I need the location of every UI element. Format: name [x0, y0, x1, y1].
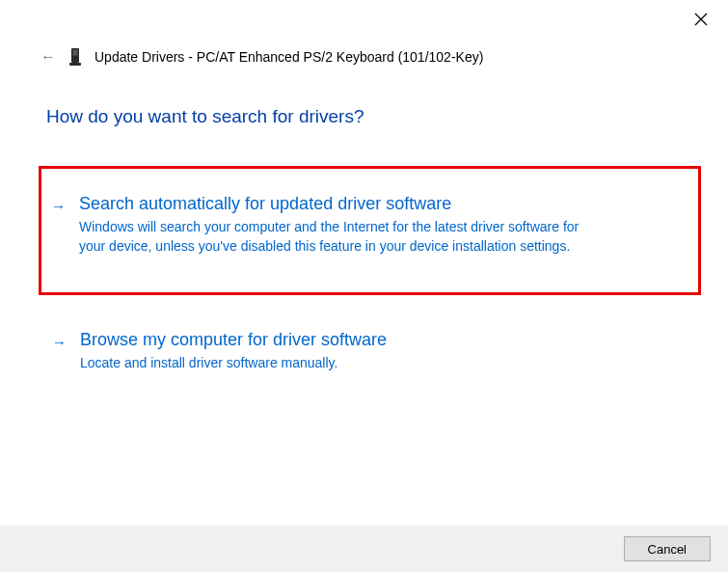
- wizard-title: Update Drivers - PC/AT Enhanced PS/2 Key…: [94, 49, 483, 65]
- svg-rect-4: [69, 63, 81, 66]
- close-button[interactable]: [691, 12, 711, 31]
- back-arrow-icon[interactable]: ←: [40, 48, 56, 66]
- wizard-header: ← Update Drivers - PC/AT Enhanced PS/2 K…: [40, 48, 483, 66]
- option-description: Windows will search your computer and th…: [79, 218, 600, 256]
- cancel-button[interactable]: Cancel: [624, 536, 711, 561]
- option-highlight-box: → Search automatically for updated drive…: [39, 166, 701, 295]
- close-icon: [694, 13, 708, 30]
- wizard-question: How do you want to search for drivers?: [46, 106, 682, 127]
- option-text-block: Search automatically for updated driver …: [79, 194, 688, 256]
- option-browse-computer[interactable]: → Browse my computer for driver software…: [46, 322, 682, 381]
- svg-rect-3: [73, 50, 78, 56]
- arrow-right-icon: →: [52, 334, 67, 350]
- option-title: Search automatically for updated driver …: [79, 194, 688, 214]
- arrow-right-icon: →: [51, 198, 66, 214]
- wizard-content: How do you want to search for drivers? →…: [46, 106, 682, 381]
- option-search-automatically[interactable]: → Search automatically for updated drive…: [51, 186, 688, 263]
- option-text-block: Browse my computer for driver software L…: [80, 330, 682, 373]
- option-description: Locate and install driver software manua…: [80, 354, 601, 373]
- wizard-footer: Cancel: [0, 526, 728, 572]
- keyboard-device-icon: [69, 48, 81, 66]
- option-title: Browse my computer for driver software: [80, 330, 682, 350]
